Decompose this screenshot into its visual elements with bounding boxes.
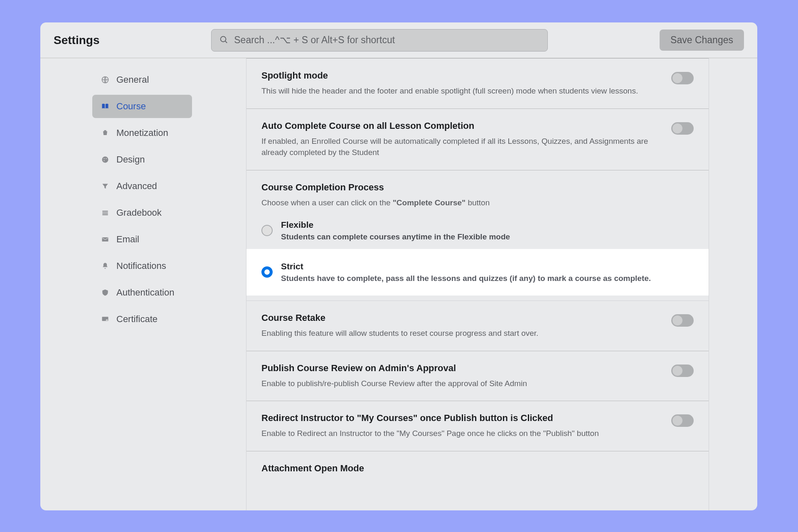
search-placeholder: Search ...^⌥ + S or Alt+S for shortcut bbox=[234, 34, 395, 46]
setting-completion-process-header: Course Completion Process Choose when a … bbox=[246, 170, 709, 213]
sidebar-item-label: General bbox=[116, 74, 149, 85]
sidebar-item-notifications[interactable]: Notifications bbox=[92, 254, 192, 278]
sidebar-item-label: Authentication bbox=[116, 287, 174, 298]
option-label: Flexible bbox=[281, 220, 510, 230]
completion-option-strict[interactable]: Strict Students have to complete, pass a… bbox=[246, 249, 709, 296]
sidebar-item-certificate[interactable]: Certificate bbox=[92, 308, 192, 331]
setting-title: Course Retake bbox=[261, 313, 655, 323]
setting-desc: Enabling this feature will allow student… bbox=[261, 328, 655, 339]
setting-title: Auto Complete Course on all Lesson Compl… bbox=[261, 121, 655, 131]
shield-icon bbox=[101, 288, 110, 297]
setting-title: Redirect Instructor to "My Courses" once… bbox=[261, 413, 655, 424]
palette-icon bbox=[101, 155, 110, 164]
sidebar-item-general[interactable]: General bbox=[92, 68, 192, 91]
setting-title: Spotlight mode bbox=[261, 70, 655, 81]
redirect-instructor-toggle[interactable] bbox=[671, 414, 694, 427]
completion-option-flexible[interactable]: Flexible Students can complete courses a… bbox=[246, 212, 709, 249]
option-label: Strict bbox=[281, 261, 651, 271]
book-icon bbox=[101, 102, 110, 111]
setting-publish-review: Publish Course Review on Admin's Approva… bbox=[246, 351, 709, 401]
setting-auto-complete: Auto Complete Course on all Lesson Compl… bbox=[246, 109, 709, 170]
setting-title: Publish Course Review on Admin's Approva… bbox=[261, 363, 655, 374]
setting-desc: If enabled, an Enrolled Course will be a… bbox=[261, 135, 655, 158]
svg-point-6 bbox=[103, 160, 105, 161]
certificate-icon bbox=[101, 315, 110, 324]
setting-desc: Enable to publish/re-publish Course Revi… bbox=[261, 378, 655, 389]
auto-complete-toggle[interactable] bbox=[671, 122, 694, 135]
mail-icon bbox=[101, 235, 110, 244]
svg-point-5 bbox=[106, 158, 107, 159]
sidebar-item-gradebook[interactable]: Gradebook bbox=[92, 201, 192, 224]
radio-unselected-icon bbox=[261, 225, 273, 236]
svg-point-3 bbox=[102, 157, 108, 163]
sidebar-item-label: Certificate bbox=[116, 314, 158, 325]
setting-redirect-instructor: Redirect Instructor to "My Courses" once… bbox=[246, 401, 709, 451]
option-desc: Students have to complete, pass all the … bbox=[281, 274, 651, 283]
sidebar-item-advanced[interactable]: Advanced bbox=[92, 175, 192, 198]
page-title: Settings bbox=[54, 34, 99, 47]
setting-attachment-open-mode: Attachment Open Mode bbox=[246, 451, 709, 478]
setting-title: Attachment Open Mode bbox=[261, 463, 694, 474]
search-icon bbox=[219, 35, 234, 46]
setting-course-retake: Course Retake Enabling this feature will… bbox=[246, 301, 709, 351]
svg-line-1 bbox=[225, 41, 227, 43]
setting-title: Course Completion Process bbox=[261, 182, 694, 193]
sidebar-item-label: Notifications bbox=[116, 261, 166, 271]
save-changes-button[interactable]: Save Changes bbox=[660, 30, 744, 51]
globe-icon bbox=[101, 75, 110, 84]
option-desc: Students can complete courses anytime in… bbox=[281, 232, 510, 241]
sidebar-item-label: Monetization bbox=[116, 128, 168, 138]
filter-icon bbox=[101, 182, 110, 191]
setting-desc: Choose when a user can click on the "Com… bbox=[261, 197, 694, 209]
setting-desc: This will hide the header and the footer… bbox=[261, 85, 655, 97]
sidebar-item-label: Gradebook bbox=[116, 207, 162, 218]
sidebar-item-label: Email bbox=[116, 234, 139, 245]
sidebar-item-label: Advanced bbox=[116, 181, 157, 192]
setting-spotlight-mode: Spotlight mode This will hide the header… bbox=[246, 58, 709, 109]
svg-point-0 bbox=[221, 36, 226, 42]
radio-selected-icon bbox=[261, 266, 273, 278]
spotlight-toggle[interactable] bbox=[671, 72, 694, 84]
sidebar-item-label: Course bbox=[116, 101, 146, 112]
shopping-icon bbox=[101, 128, 110, 138]
svg-rect-7 bbox=[102, 237, 108, 241]
sidebar-item-course[interactable]: Course bbox=[92, 95, 192, 118]
svg-point-9 bbox=[106, 319, 108, 321]
sidebar-item-authentication[interactable]: Authentication bbox=[92, 281, 192, 304]
bell-icon bbox=[101, 261, 110, 271]
setting-desc: Enable to Redirect an Instructor to the … bbox=[261, 428, 655, 439]
sidebar-item-label: Design bbox=[116, 154, 145, 165]
search-input[interactable]: Search ...^⌥ + S or Alt+S for shortcut bbox=[211, 29, 548, 52]
svg-point-4 bbox=[103, 158, 105, 159]
publish-review-toggle[interactable] bbox=[671, 365, 694, 377]
retake-toggle[interactable] bbox=[671, 314, 694, 327]
layers-icon bbox=[101, 208, 110, 217]
sidebar-item-design[interactable]: Design bbox=[92, 148, 192, 171]
sidebar-item-email[interactable]: Email bbox=[92, 228, 192, 251]
sidebar-item-monetization[interactable]: Monetization bbox=[92, 121, 192, 145]
